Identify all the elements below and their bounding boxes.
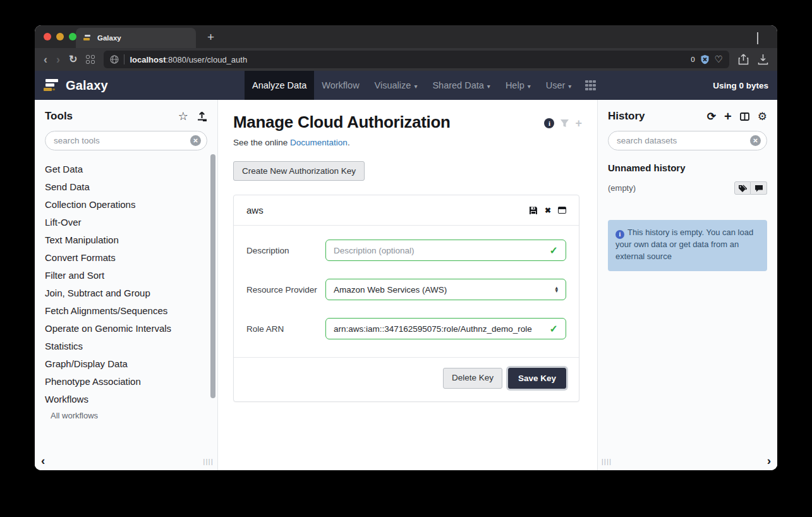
new-tab-button[interactable]: + [207,30,214,44]
chevron-down-icon: ▾ [487,83,490,90]
browser-tab-bar: Galaxy + [35,25,777,48]
all-workflows-link[interactable]: All workflows [45,411,207,420]
selected-provider: Amazon Web Services (AWS) [334,285,447,295]
save-key-button[interactable]: Save Key [508,368,566,389]
save-icon[interactable] [529,206,538,215]
history-name[interactable]: Unnamed history [608,162,767,173]
nav-user[interactable]: User▾ [538,71,579,100]
upload-icon[interactable] [197,111,207,121]
tool-section[interactable]: Get Data [45,161,207,178]
shield-icon[interactable] [700,54,710,64]
tool-section[interactable]: Send Data [45,178,207,196]
delete-key-button[interactable]: Delete Key [443,368,502,389]
share-icon[interactable] [738,54,749,65]
valid-check-icon: ✓ [550,245,558,257]
clear-search-icon[interactable]: ✕ [750,135,761,146]
tool-section[interactable]: Operate on Genomic Intervals [45,320,207,338]
panel-resize-handle[interactable]: |||| [203,458,214,465]
documentation-link[interactable]: Documentation [290,138,348,147]
info-icon: i [615,230,624,239]
reload-button[interactable]: ↻ [69,54,77,64]
scrollbar-thumb[interactable] [210,154,215,398]
create-new-authorization-key-button[interactable]: Create New Authorization Key [233,161,365,181]
blocked-count: 0 [691,56,694,63]
new-history-icon[interactable]: + [724,110,732,123]
edit-annotation-button[interactable] [751,181,767,195]
galaxy-logo-icon[interactable] [44,78,60,93]
toolbar-overflow-icon[interactable] [756,32,766,41]
forward-button[interactable]: › [56,54,60,65]
apps-grid-icon[interactable] [585,80,596,91]
datasets-search-input[interactable]: search datasets ✕ [608,131,767,150]
close-window-button[interactable] [44,33,51,40]
nav-label: User [546,80,566,90]
heart-icon[interactable]: ♡ [715,54,723,65]
chevron-down-icon: ▾ [528,83,531,90]
tools-title: Tools [45,110,73,123]
description-input[interactable]: Description (optional) ✓ [325,240,566,261]
edit-tags-button[interactable] [734,181,751,195]
form-row-role-arn: Role ARN arn:aws:iam::347162595075:role/… [246,318,566,339]
history-panel-header: History ⟳ + ⚙ [608,110,767,123]
tool-section[interactable]: Graph/Display Data [45,355,207,373]
refresh-icon[interactable]: ⟳ [707,111,716,122]
storage-usage[interactable]: Using 0 bytes [713,81,768,90]
tool-section[interactable]: Statistics [45,338,207,355]
expand-window-icon[interactable] [558,207,566,214]
collapse-right-panel-button[interactable]: › [767,454,771,468]
history-options-gear-icon[interactable]: ⚙ [758,111,767,122]
field-label: Resource Provider [246,285,325,295]
nav-analyze-data[interactable]: Analyze Data [245,71,314,100]
select-arrows-icon: ▴▾ [555,286,558,293]
nav-label: Shared Data [432,80,483,90]
tags-icon [738,185,747,192]
nav-label: Workflow [322,80,359,90]
tool-section[interactable]: Filter and Sort [45,267,207,284]
tool-section[interactable]: Phenotype Association [45,373,207,391]
page-title: Manage Cloud Authorization [233,113,451,132]
filter-icon[interactable] [560,119,569,128]
resource-provider-select[interactable]: Amazon Web Services (AWS) ▴▾ [325,279,566,300]
history-size: (empty) [608,183,636,193]
history-title: History [608,110,645,123]
collapse-left-panel-button[interactable]: ‹ [41,454,45,468]
role-arn-input[interactable]: arn:aws:iam::347162595075:role/Authnz_de… [325,318,566,339]
comment-icon [754,185,763,192]
clear-search-icon[interactable]: ✕ [190,135,201,146]
window-controls [44,33,76,40]
tool-section[interactable]: Text Manipulation [45,231,207,249]
tool-section[interactable]: Convert Formats [45,249,207,267]
download-icon[interactable] [758,54,768,65]
nav-workflow[interactable]: Workflow [314,71,367,100]
url-text: localhost:8080/user/cloud_auth [130,55,686,64]
brand-name[interactable]: Galaxy [66,78,108,93]
nav-help[interactable]: Help▾ [498,71,538,100]
view-multiple-histories-icon[interactable] [740,113,749,121]
tools-search-input[interactable]: search tools ✕ [45,131,207,150]
minimize-window-button[interactable] [56,33,64,40]
browser-tab[interactable]: Galaxy [76,28,196,48]
info-icon[interactable]: i [544,118,554,128]
zoom-window-button[interactable] [69,33,76,40]
masthead-nav: Analyze Data Workflow Visualize▾ Shared … [245,71,602,100]
browser-window: Galaxy + ‹ › ↻ localhost:8080/user/cloud… [35,25,777,470]
tool-section[interactable]: Collection Operations [45,196,207,214]
tool-section-workflows[interactable]: Workflows [45,391,207,408]
tool-section[interactable]: Join, Subtract and Group [45,284,207,302]
tab-overview-icon[interactable] [86,55,95,64]
nav-shared-data[interactable]: Shared Data▾ [425,71,497,100]
panel-resize-handle[interactable]: |||| [602,458,612,465]
card-title: aws [246,205,264,216]
role-arn-value: arn:aws:iam::347162595075:role/Authnz_de… [334,324,532,334]
nav-visualize[interactable]: Visualize▾ [367,71,425,100]
favorites-star-icon[interactable]: ☆ [178,111,188,122]
address-bar[interactable]: localhost:8080/user/cloud_auth 0 ♡ [104,51,729,68]
chevron-down-icon: ▾ [414,83,417,90]
tool-section[interactable]: Fetch Alignments/Sequences [45,302,207,320]
add-icon[interactable]: + [575,118,582,129]
back-button[interactable]: ‹ [44,54,47,65]
page-subtitle: See the online Documentation. [233,138,582,147]
delete-icon[interactable]: ✖ [545,206,551,215]
tool-section[interactable]: Lift-Over [45,214,207,231]
field-label: Description [246,246,325,255]
